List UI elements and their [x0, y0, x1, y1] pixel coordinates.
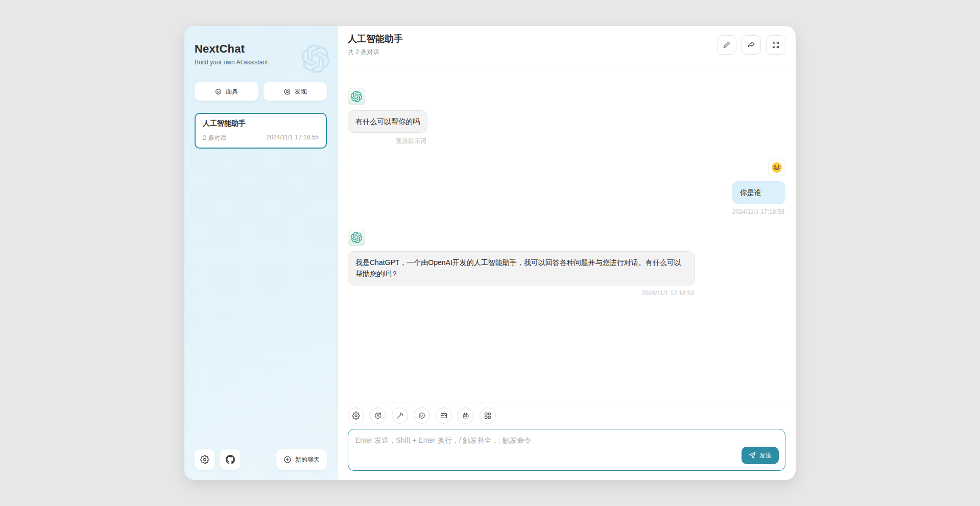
chat-item-time: 2024/11/1 17:18:55 [266, 134, 319, 142]
clear-context-button[interactable] [436, 407, 452, 424]
sidebar-nav: 面具 发现 [195, 82, 327, 101]
new-chat-label: 新的聊天 [295, 455, 320, 464]
message-bubble: 有什么可以帮你的吗 [348, 110, 427, 133]
magic-wand-icon [396, 412, 404, 420]
discover-icon [283, 88, 291, 95]
openai-logo-icon [351, 91, 362, 102]
chat-header: 人工智能助手 共 2 条对话 [338, 26, 796, 64]
prompt-button[interactable] [392, 407, 408, 424]
fullscreen-button[interactable] [766, 35, 785, 55]
chat-subtitle: 共 2 条对话 [348, 48, 403, 57]
model-select-button[interactable] [458, 407, 474, 424]
rename-button[interactable] [717, 35, 736, 55]
openai-watermark-icon [301, 44, 330, 73]
composer-toolbar: A [348, 407, 785, 424]
github-icon [226, 455, 235, 464]
assistant-message: 我是ChatGPT，一个由OpenAI开发的人工智能助手，我可以回答各种问题并与… [348, 229, 785, 297]
chat-header-actions [717, 35, 785, 55]
mask-button-label: 面具 [226, 87, 238, 96]
user-avatar [768, 159, 785, 176]
composer-box: 发送 [348, 429, 785, 471]
share-button[interactable] [742, 35, 761, 55]
assistant-message: 有什么可以帮你的吗 预设提示词 [348, 88, 785, 146]
mask-button[interactable]: 面具 [195, 82, 258, 101]
message-bubble: 我是ChatGPT，一个由OpenAI开发的人工智能助手，我可以回答各种问题并与… [348, 251, 695, 285]
plus-circle-icon [283, 455, 292, 464]
discover-button[interactable]: 发现 [264, 82, 327, 101]
chat-title: 人工智能助手 [348, 33, 403, 45]
sidebar: NextChat Build your own AI assistant. 面具 [184, 26, 338, 480]
settings-button[interactable] [195, 449, 215, 470]
chat-panel: 人工智能助手 共 2 条对话 [338, 26, 796, 480]
composer: A [338, 402, 796, 480]
clear-context-icon [440, 412, 448, 420]
new-chat-button[interactable]: 新的聊天 [276, 449, 327, 470]
chat-item-title: 人工智能助手 [203, 119, 319, 128]
mask-icon [214, 88, 222, 95]
settings-icon [200, 455, 209, 464]
smiley-emoji-icon [771, 161, 783, 174]
mask-icon [418, 412, 426, 420]
message-input[interactable] [355, 435, 729, 457]
theme-toggle-button[interactable]: A [370, 407, 386, 424]
svg-text:A: A [377, 414, 379, 417]
mask-select-button[interactable] [414, 407, 430, 424]
chat-item-count: 2 条对话 [203, 134, 226, 142]
github-button[interactable] [220, 449, 241, 470]
preset-prompt-hint: 预设提示词 [348, 137, 427, 146]
assistant-avatar [348, 229, 365, 246]
paper-plane-icon [749, 452, 756, 459]
sidebar-footer: 新的聊天 [195, 449, 327, 470]
auto-theme-icon: A [374, 412, 382, 420]
discover-button-label: 发现 [295, 87, 307, 96]
assistant-avatar [348, 88, 365, 105]
message-timestamp: 2024/11/1 17:18:53 [348, 290, 695, 297]
send-button[interactable]: 发送 [742, 447, 779, 464]
fullscreen-icon [772, 41, 780, 49]
chat-list-item[interactable]: 人工智能助手 2 条对话 2024/11/1 17:18:55 [195, 113, 327, 149]
grid-icon [484, 412, 492, 420]
robot-icon [462, 412, 470, 420]
pencil-icon [723, 41, 731, 49]
app-window: NextChat Build your own AI assistant. 面具 [184, 26, 796, 480]
message-list[interactable]: 有什么可以帮你的吗 预设提示词 [338, 64, 796, 402]
openai-logo-icon [351, 232, 362, 243]
chat-settings-button[interactable] [348, 407, 364, 424]
shortcut-button[interactable] [480, 407, 496, 424]
message-bubble: 你是谁 [732, 181, 785, 204]
send-button-label: 发送 [759, 451, 772, 460]
message-timestamp: 2024/11/1 17:18:53 [732, 208, 785, 215]
share-icon [747, 41, 755, 49]
user-message: 你是谁 2024/11/1 17:18:53 [348, 159, 785, 215]
gear-icon [352, 412, 360, 420]
